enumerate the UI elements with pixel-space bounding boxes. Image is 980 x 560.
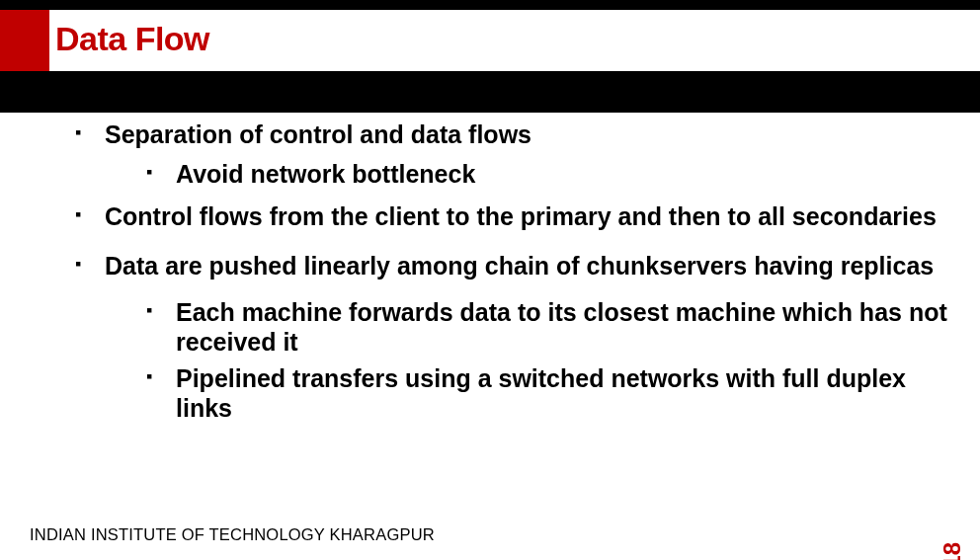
title-accent-block xyxy=(0,10,49,71)
bullet-text: Pipelined transfers using a switched net… xyxy=(176,364,906,422)
slide: Data Flow Separation of control and data… xyxy=(0,0,980,560)
sub-bullet-item: Pipelined transfers using a switched net… xyxy=(105,364,958,423)
sub-bullet-list: Each machine forwards data to its closes… xyxy=(105,298,958,423)
bullet-item: Control flows from the client to the pri… xyxy=(69,202,958,232)
bullet-item: Separation of control and data flows Avo… xyxy=(69,120,958,189)
sub-bullet-item: Avoid network bottleneck xyxy=(105,160,958,190)
bullet-list: Separation of control and data flows Avo… xyxy=(69,120,958,423)
title-underbar xyxy=(0,71,980,113)
bullet-text: Data are pushed linearly among chain of … xyxy=(105,252,934,280)
sub-bullet-item: Each machine forwards data to its closes… xyxy=(105,298,958,357)
bullet-text: Control flows from the client to the pri… xyxy=(105,202,937,230)
sub-bullet-list: Avoid network bottleneck xyxy=(105,160,958,190)
top-black-bar xyxy=(0,0,980,10)
bullet-text: Avoid network bottleneck xyxy=(176,160,475,188)
bullet-item: Data are pushed linearly among chain of … xyxy=(69,252,958,424)
slide-title: Data Flow xyxy=(55,20,209,58)
footer-text: INDIAN INSTITUTE OF TECHNOLOGY KHARAGPUR xyxy=(30,525,435,544)
bullet-text: Each machine forwards data to its closes… xyxy=(176,298,947,356)
slide-content: Separation of control and data flows Avo… xyxy=(69,120,958,437)
bullet-text: Separation of control and data flows xyxy=(105,120,531,148)
page-number: 18 xyxy=(939,542,966,560)
